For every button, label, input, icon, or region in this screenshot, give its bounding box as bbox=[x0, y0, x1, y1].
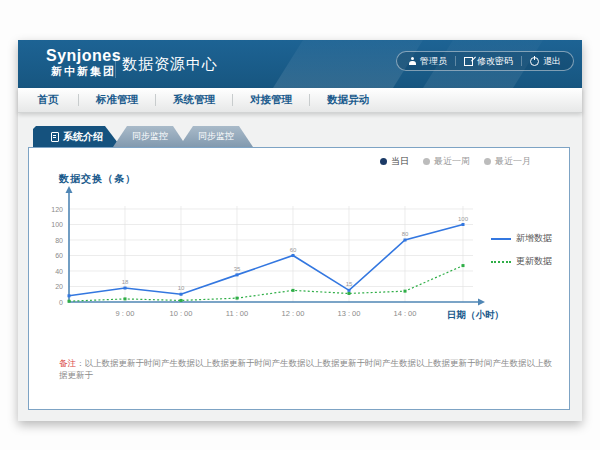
tab-label: 同步监控 bbox=[132, 130, 168, 143]
svg-text:10 : 00: 10 : 00 bbox=[170, 309, 193, 318]
logo-text-en: Synjones bbox=[46, 47, 121, 65]
radio-last-month[interactable]: 最近一月 bbox=[484, 155, 531, 168]
logout-label: 退出 bbox=[543, 55, 561, 68]
solid-line-icon bbox=[491, 238, 511, 240]
tab-system-intro[interactable]: 系统介绍 bbox=[33, 126, 121, 147]
radio-label: 最近一月 bbox=[495, 155, 531, 168]
change-password-label: 修改密码 bbox=[477, 55, 513, 68]
svg-text:80: 80 bbox=[402, 231, 409, 237]
tab-bar: 系统介绍 同步监控 同步监控 bbox=[33, 126, 253, 147]
tab-label: 系统介绍 bbox=[63, 130, 103, 144]
document-icon bbox=[51, 132, 59, 142]
svg-text:9 : 00: 9 : 00 bbox=[116, 309, 135, 318]
power-icon bbox=[530, 57, 539, 66]
admin-user-label: 管理员 bbox=[420, 55, 447, 68]
svg-text:80: 80 bbox=[55, 237, 63, 244]
change-password-button[interactable]: 修改密码 bbox=[456, 55, 521, 68]
admin-user-button[interactable]: 管理员 bbox=[401, 55, 455, 68]
svg-text:35: 35 bbox=[234, 266, 241, 272]
header-divider bbox=[115, 52, 116, 78]
svg-text:13 : 00: 13 : 00 bbox=[338, 309, 361, 318]
tab-sync-monitor-1[interactable]: 同步监控 bbox=[113, 126, 187, 147]
svg-text:100: 100 bbox=[458, 216, 469, 222]
note-label: 备注 bbox=[59, 358, 76, 368]
radio-today[interactable]: 当日 bbox=[380, 155, 409, 168]
radio-last-week[interactable]: 最近一周 bbox=[423, 155, 470, 168]
logout-button[interactable]: 退出 bbox=[522, 55, 569, 68]
legend-item-new-data: 新增数据 bbox=[491, 232, 552, 245]
nav-item-standard-mgmt[interactable]: 标准管理 bbox=[79, 93, 155, 107]
legend-label: 更新数据 bbox=[516, 255, 552, 268]
chart-area: 0204060801001209 : 0010 : 0011 : 0012 : … bbox=[39, 184, 559, 326]
time-range-radio-group: 当日 最近一周 最近一月 bbox=[380, 155, 531, 168]
radio-label: 最近一周 bbox=[434, 155, 470, 168]
svg-text:10: 10 bbox=[178, 285, 185, 291]
nav-item-data-change[interactable]: 数据异动 bbox=[310, 93, 386, 107]
footer-note: 备注：以上数据更新于时间产生数据以上数据更新于时间产生数据以上数据更新于时间产生… bbox=[59, 358, 553, 382]
svg-text:40: 40 bbox=[55, 268, 63, 275]
svg-text:60: 60 bbox=[290, 247, 297, 253]
radio-dot-icon bbox=[380, 158, 387, 165]
svg-text:18: 18 bbox=[122, 279, 129, 285]
logo-text-cn: 新中新集团 bbox=[46, 65, 121, 77]
svg-text:15: 15 bbox=[346, 281, 353, 287]
nav-item-home[interactable]: 首页 bbox=[18, 93, 78, 107]
user-toolbar: 管理员 修改密码 退出 bbox=[396, 51, 574, 71]
nav-item-interface-mgmt[interactable]: 对接管理 bbox=[233, 93, 309, 107]
svg-text:11 : 00: 11 : 00 bbox=[226, 309, 248, 318]
dotted-line-icon bbox=[491, 261, 511, 263]
legend-label: 新增数据 bbox=[516, 232, 552, 245]
radio-dot-icon bbox=[484, 158, 491, 165]
radio-dot-icon bbox=[423, 158, 430, 165]
svg-text:20: 20 bbox=[55, 283, 63, 290]
svg-text:日期（小时）: 日期（小时） bbox=[447, 309, 504, 321]
chart-legend: 新增数据 更新数据 bbox=[491, 232, 552, 268]
user-icon bbox=[409, 57, 416, 65]
page-title: 数据资源中心 bbox=[122, 55, 218, 74]
svg-text:0: 0 bbox=[59, 299, 63, 306]
nav-item-system-mgmt[interactable]: 系统管理 bbox=[156, 93, 232, 107]
app-window: Synjones 新中新集团 数据资源中心 管理员 修改密码 退出 首页 标准管 bbox=[18, 40, 582, 421]
company-logo: Synjones 新中新集团 bbox=[46, 47, 121, 77]
svg-text:12 : 00: 12 : 00 bbox=[282, 309, 305, 318]
svg-text:60: 60 bbox=[55, 252, 63, 259]
svg-text:100: 100 bbox=[51, 221, 63, 228]
main-nav: 首页 标准管理 系统管理 对接管理 数据异动 bbox=[18, 88, 582, 113]
svg-text:14 : 00: 14 : 00 bbox=[394, 309, 417, 318]
content-panel: 当日 最近一周 最近一月 数据交换（条） 0204060801001209 : … bbox=[28, 147, 570, 410]
app-header: Synjones 新中新集团 数据资源中心 管理员 修改密码 退出 bbox=[18, 40, 582, 88]
tab-label: 同步监控 bbox=[198, 130, 234, 143]
tab-sync-monitor-2[interactable]: 同步监控 bbox=[179, 126, 253, 147]
radio-label: 当日 bbox=[391, 155, 409, 168]
note-text: ：以上数据更新于时间产生数据以上数据更新于时间产生数据以上数据更新于时间产生数据… bbox=[59, 358, 552, 380]
line-chart: 0204060801001209 : 0010 : 0011 : 0012 : … bbox=[39, 184, 559, 326]
edit-icon bbox=[464, 57, 473, 66]
svg-text:120: 120 bbox=[51, 206, 63, 213]
legend-item-updated-data: 更新数据 bbox=[491, 255, 552, 268]
